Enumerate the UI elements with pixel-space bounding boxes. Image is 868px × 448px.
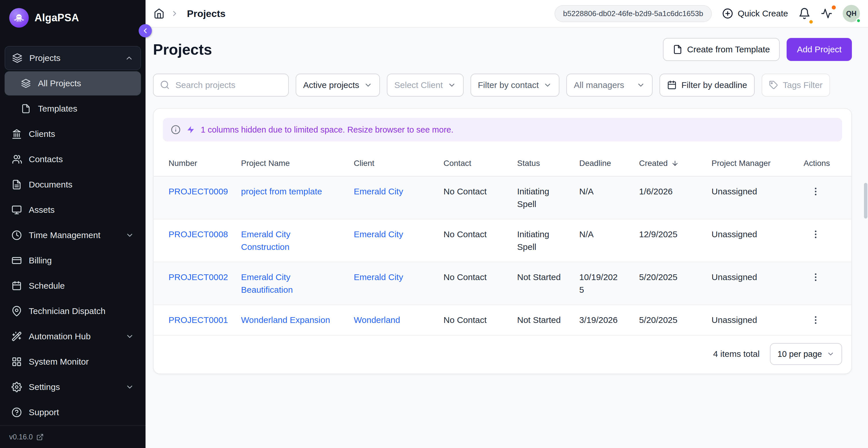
- sidebar-item-system-monitor[interactable]: System Monitor: [5, 350, 141, 374]
- project-number-link[interactable]: PROJECT0002: [168, 272, 228, 282]
- sidebar-item-documents[interactable]: Documents: [5, 172, 141, 197]
- manager-filter-dropdown[interactable]: All managers: [566, 74, 653, 97]
- status-filter-dropdown[interactable]: Active projects: [296, 74, 380, 97]
- cell-project-name: Emerald City Construction: [232, 219, 345, 262]
- project-number-link[interactable]: PROJECT0001: [168, 315, 228, 325]
- home-icon[interactable]: [154, 8, 164, 19]
- clock-icon: [11, 230, 22, 241]
- sidebar-item-projects[interactable]: Projects: [5, 46, 141, 70]
- client-link[interactable]: Wonderland: [354, 315, 400, 325]
- client-filter-value: Select Client: [394, 80, 443, 90]
- cell-contact: No Contact: [434, 176, 508, 219]
- col-client[interactable]: Client: [345, 151, 434, 176]
- breadcrumb[interactable]: Projects: [187, 8, 225, 19]
- tags-filter-label: Tags Filter: [783, 80, 823, 90]
- calendar-icon: [11, 281, 22, 291]
- sidebar-item-assets[interactable]: Assets: [5, 198, 141, 222]
- project-name-link[interactable]: Wonderland Expansion: [241, 315, 330, 325]
- tenant-id-badge[interactable]: b5228806-db02-46fe-b2d9-5a1c6dc1653b: [555, 5, 712, 22]
- row-actions-button[interactable]: [809, 271, 822, 284]
- version-link[interactable]: v0.16.0: [0, 425, 146, 448]
- calendar-icon: [667, 80, 677, 90]
- create-from-template-button[interactable]: Create from Template: [663, 38, 780, 61]
- vertical-scrollbar[interactable]: [864, 183, 867, 219]
- search-input[interactable]: [153, 74, 289, 97]
- col-project-manager[interactable]: Project Manager: [702, 151, 794, 176]
- project-name-link[interactable]: Emerald City Construction: [241, 229, 290, 252]
- deadline-filter-button[interactable]: Filter by deadline: [659, 74, 754, 97]
- manager-filter-value: All managers: [574, 80, 624, 90]
- col-deadline[interactable]: Deadline: [570, 151, 630, 176]
- file-icon: [673, 44, 682, 54]
- sidebar-item-technician-dispatch[interactable]: Technician Dispatch: [5, 299, 141, 323]
- sidebar-item-label: Technician Dispatch: [29, 306, 134, 316]
- client-link[interactable]: Emerald City: [354, 272, 403, 282]
- client-filter-dropdown[interactable]: Select Client: [387, 74, 463, 97]
- sidebar-item-billing[interactable]: Billing: [5, 249, 141, 273]
- add-project-button[interactable]: Add Project: [786, 38, 852, 61]
- sidebar-item-settings[interactable]: Settings: [5, 375, 141, 399]
- project-name-link[interactable]: project from template: [241, 187, 322, 196]
- sidebar-item-clients[interactable]: Clients: [5, 122, 141, 146]
- chevron-down-icon: [447, 81, 456, 89]
- sidebar-item-label: Clients: [29, 129, 134, 139]
- contact-filter-dropdown[interactable]: Filter by contact: [470, 74, 560, 97]
- items-total-label: 4 items total: [713, 349, 760, 359]
- row-actions-button[interactable]: [809, 314, 822, 326]
- page-content: Projects Create from Template Add Projec…: [146, 28, 868, 448]
- layers-icon: [12, 53, 23, 63]
- client-link[interactable]: Emerald City: [354, 229, 403, 239]
- sidebar-item-label: Time Management: [29, 230, 119, 240]
- project-number-link[interactable]: PROJECT0008: [168, 229, 228, 239]
- cell-actions: [794, 176, 851, 219]
- col-contact[interactable]: Contact: [434, 151, 508, 176]
- project-name-link[interactable]: Emerald City Beautification: [241, 272, 293, 294]
- cell-number: PROJECT0002: [154, 262, 232, 305]
- client-link[interactable]: Emerald City: [354, 187, 403, 196]
- cell-client: Emerald City: [345, 262, 434, 305]
- table-footer: 4 items total 10 per page: [154, 335, 851, 374]
- project-number-link[interactable]: PROJECT0009: [168, 187, 228, 196]
- page-header: Projects Create from Template Add Projec…: [153, 38, 852, 61]
- cell-manager: Unassigned: [702, 262, 794, 305]
- app-name: AlgaPSA: [34, 12, 79, 24]
- quick-create-button[interactable]: Quick Create: [722, 8, 788, 19]
- col-project-name[interactable]: Project Name: [232, 151, 345, 176]
- sidebar-item-time-management[interactable]: Time Management: [5, 223, 141, 247]
- cell-contact: No Contact: [434, 219, 508, 262]
- sidebar-item-support[interactable]: Support: [5, 400, 141, 424]
- notifications-button[interactable]: [798, 7, 810, 20]
- monitor-icon: [11, 205, 22, 215]
- sidebar-item-label: Contacts: [29, 154, 134, 164]
- user-avatar[interactable]: QH: [843, 5, 860, 22]
- page-size-dropdown[interactable]: 10 per page: [770, 343, 842, 365]
- main-area: Projects b5228806-db02-46fe-b2d9-5a1c6dc…: [146, 0, 868, 448]
- sidebar-item-label: All Projects: [38, 78, 134, 88]
- sidebar-item-automation-hub[interactable]: Automation Hub: [5, 324, 141, 349]
- sidebar-item-schedule[interactable]: Schedule: [5, 274, 141, 298]
- col-actions: Actions: [794, 151, 851, 176]
- cell-actions: [794, 262, 851, 305]
- cell-client: Wonderland: [345, 305, 434, 335]
- table-row: PROJECT0001 Wonderland Expansion Wonderl…: [154, 305, 851, 335]
- cell-client: Emerald City: [345, 176, 434, 219]
- app-root: AlgaPSA Projects All Projects Templates …: [0, 0, 868, 448]
- tags-filter-button[interactable]: Tags Filter: [762, 74, 830, 97]
- row-actions-button[interactable]: [809, 228, 822, 241]
- row-actions-button[interactable]: [809, 185, 822, 198]
- sidebar-collapse-button[interactable]: [138, 24, 152, 37]
- sidebar-item-contacts[interactable]: Contacts: [5, 147, 141, 171]
- col-status[interactable]: Status: [508, 151, 570, 176]
- cell-manager: Unassigned: [702, 219, 794, 262]
- activity-button[interactable]: [821, 8, 832, 19]
- chevron-down-icon: [637, 81, 645, 89]
- sidebar-item-templates[interactable]: Templates: [5, 97, 141, 121]
- plus-circle-icon: [722, 8, 733, 19]
- col-created[interactable]: Created: [630, 151, 702, 176]
- cell-created: 5/20/2025: [630, 262, 702, 305]
- sidebar-item-all-projects[interactable]: All Projects: [5, 71, 141, 95]
- cell-created: 1/6/2026: [630, 176, 702, 219]
- landmark-icon: [11, 129, 22, 139]
- info-icon: [171, 125, 181, 135]
- col-number[interactable]: Number: [154, 151, 232, 176]
